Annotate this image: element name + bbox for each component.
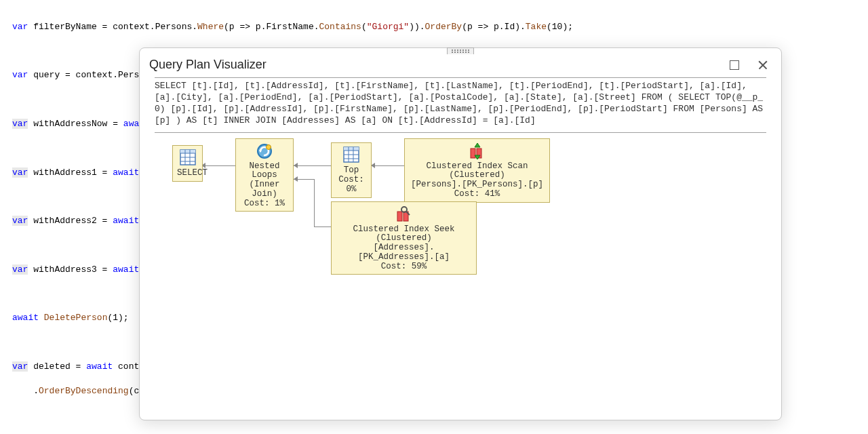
close-button[interactable] [758,60,768,70]
maximize-button[interactable] [730,60,739,70]
popup-drag-handle[interactable] [447,47,474,54]
svg-rect-11 [344,147,359,151]
sql-text: SELECT [t].[Id], [t].[AddressId], [t].[F… [155,77,766,133]
node-label: (Inner Join) [240,180,289,199]
svg-rect-17 [471,149,475,158]
table-icon [342,146,360,163]
node-label: [Persons].[PK_Persons].[p] [409,180,545,190]
plan-node-index-seek[interactable]: Clustered Index Seek (Clustered) [Addres… [331,201,477,275]
node-label: SELECT [177,169,198,178]
svg-rect-21 [397,212,402,221]
node-label: [Addresses].[PK_Addresses].[a] [336,243,472,262]
plan-node-select[interactable]: SELECT [172,145,203,182]
node-cost: Cost: 1% [240,199,289,209]
table-icon [179,149,197,166]
plan-node-index-scan[interactable]: Clustered Index Scan (Clustered) [Person… [404,138,550,203]
index-seek-icon [395,205,414,224]
node-cost: Cost: 41% [409,190,545,199]
svg-marker-19 [475,143,480,147]
svg-point-9 [267,144,271,149]
plan-node-nested-loops[interactable]: Nested Loops (Inner Join) Cost: 1% [235,138,294,212]
node-label: Nested Loops [240,162,289,181]
plan-canvas: SELECT Nested Loops (Inner Join) Cost: 1… [155,138,766,274]
node-label: Clustered Index Scan (Clustered) [409,162,545,181]
plan-node-top[interactable]: Top Cost: 0% [331,142,372,198]
node-cost: Cost: 59% [336,262,472,272]
nested-loops-icon [255,142,274,161]
index-scan-icon [468,142,487,161]
node-label: Top [336,166,367,176]
code-line: var filterByName = context.Persons.Where… [0,21,868,34]
svg-rect-1 [180,150,195,153]
query-plan-visualizer-popup: Query Plan Visualizer SELECT [t].[Id], [… [139,47,782,420]
node-cost: Cost: 0% [336,176,367,195]
popup-title: Query Plan Visualizer [149,58,267,72]
node-label: Clustered Index Seek (Clustered) [336,225,472,244]
